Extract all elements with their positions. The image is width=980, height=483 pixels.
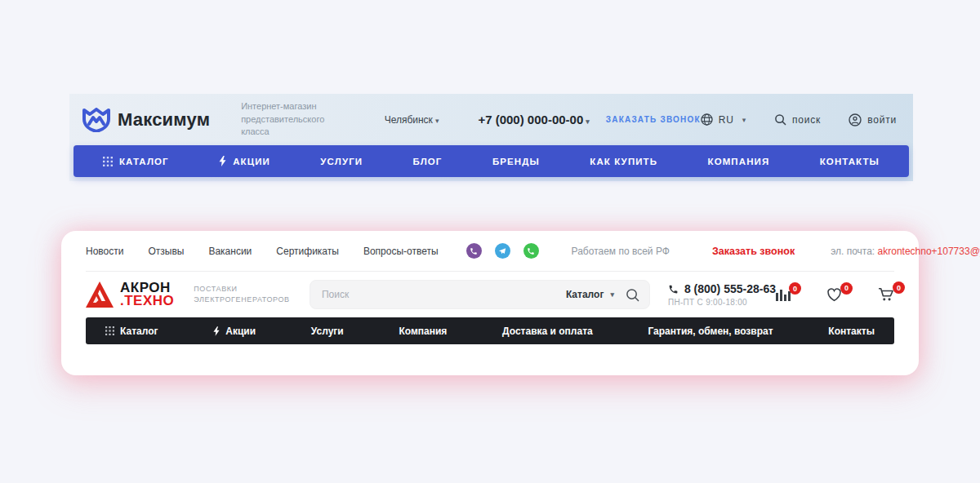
akron-phone-block: 8 (800) 555-28-63 ПН-ПТ С 9:00-18:00 — [668, 282, 776, 307]
akron-brand-text: АКРОН .ТЕХНО — [120, 281, 174, 308]
akron-header-card: Новости Отзывы Вакансии Сертификаты Вопр… — [61, 231, 919, 375]
nav-item-brendy[interactable]: БРЕНДЫ — [492, 157, 540, 166]
compare-count-badge: 0 — [789, 282, 801, 295]
maximum-logo[interactable]: Максимум — [82, 108, 210, 132]
maximum-main-nav: КАТАЛОГ АКЦИИ УСЛУГИ БЛОГ БРЕНДЫ КАК КУП… — [74, 145, 909, 177]
nav-item-blog[interactable]: БЛОГ — [413, 157, 443, 166]
maximum-header-top-row: Максимум Интернет-магазин представительс… — [69, 94, 913, 145]
language-selector[interactable]: RU▾ — [701, 113, 746, 126]
chevron-down-icon: ▾ — [742, 116, 746, 124]
akron-tagline: ПОСТАВКИ ЭЛЕКТРОГЕНЕРАТОРОВ — [194, 284, 300, 306]
email-label: эл. почта: — [831, 246, 875, 257]
login-button[interactable]: войти — [849, 113, 897, 126]
akron-nav-garantiya[interactable]: Гарантия, обмен, возврат — [648, 326, 773, 337]
nav-item-katalog[interactable]: КАТАЛОГ — [103, 157, 169, 166]
search-icon — [774, 113, 786, 126]
wishlist-count-badge: 0 — [840, 282, 853, 295]
search-bar[interactable]: Поиск Каталог ▾ — [310, 280, 650, 309]
akron-brand-line2: .ТЕХНО — [120, 295, 174, 308]
akron-nav-uslugi[interactable]: Услуги — [311, 326, 344, 337]
akron-main-row: АКРОН .ТЕХНО ПОСТАВКИ ЭЛЕКТРОГЕНЕРАТОРОВ… — [86, 272, 894, 317]
search-button[interactable]: поиск — [774, 113, 821, 126]
lightning-bolt-icon — [219, 156, 226, 166]
globe-icon — [701, 113, 713, 126]
phone-icon — [668, 284, 679, 295]
cart-count-badge: 0 — [893, 281, 905, 294]
nav-item-kompaniya[interactable]: КОМПАНИЯ — [708, 157, 770, 166]
social-icons — [466, 243, 539, 259]
header-counters: 0 0 0 — [776, 287, 894, 302]
nav-item-uslugi[interactable]: УСЛУГИ — [320, 157, 363, 166]
email-link[interactable]: akrontechno+107733@yandex.ru — [878, 246, 980, 257]
top-link-sertifikaty[interactable]: Сертификаты — [276, 246, 339, 257]
work-geo-text: Работаем по всей РФ — [572, 246, 670, 257]
akron-triangle-logo-icon — [86, 281, 114, 308]
maximum-callback-link[interactable]: ЗАКАЗАТЬ ЗВОНОК — [606, 115, 701, 124]
top-link-vakansii[interactable]: Вакансии — [208, 246, 252, 257]
chevron-down-icon: ▾ — [435, 117, 439, 125]
top-link-voprosy[interactable]: Вопросы-ответы — [363, 246, 439, 257]
chevron-down-icon: ▾ — [586, 117, 590, 126]
lightning-bolt-icon — [213, 326, 220, 336]
viber-icon[interactable] — [466, 243, 482, 259]
email-block: эл. почта: akrontechno+107733@yandex.ru — [831, 246, 980, 257]
whatsapp-icon[interactable] — [523, 243, 539, 259]
nav-item-kontakty[interactable]: КОНТАКТЫ — [820, 157, 880, 166]
top-link-otzyvy[interactable]: Отзывы — [148, 246, 184, 257]
grid-icon — [105, 326, 114, 335]
akron-top-row: Новости Отзывы Вакансии Сертификаты Вопр… — [86, 231, 894, 272]
working-hours: ПН-ПТ С 9:00-18:00 — [668, 298, 776, 307]
search-input[interactable]: Поиск — [322, 289, 566, 300]
akron-callback-link[interactable]: Заказать звонок — [712, 246, 795, 257]
maximum-brand-name: Максимум — [118, 109, 210, 131]
heart-icon — [826, 288, 842, 302]
akron-nav-katalog[interactable]: Каталог — [105, 326, 158, 337]
akron-nav-akcii[interactable]: Акции — [213, 326, 256, 337]
telegram-icon[interactable] — [495, 243, 510, 259]
akron-nav-kompaniya[interactable]: Компания — [399, 326, 447, 337]
search-category-dropdown[interactable]: Каталог ▾ — [566, 289, 614, 300]
search-submit-button[interactable] — [626, 288, 639, 302]
grid-icon — [103, 157, 113, 166]
akron-main-nav: Каталог Акции Услуги Компания Доставка и… — [86, 317, 894, 344]
maximum-phone[interactable]: +7 (000) 000-00-00▾ — [478, 113, 589, 126]
akron-nav-dostavka[interactable]: Доставка и оплата — [502, 326, 593, 337]
cart-button[interactable]: 0 — [878, 287, 894, 302]
chevron-down-icon: ▾ — [610, 290, 614, 299]
wishlist-button[interactable]: 0 — [826, 288, 842, 302]
top-link-novosti[interactable]: Новости — [86, 246, 123, 257]
maximum-tagline: Интернет-магазин представительского клас… — [241, 100, 342, 140]
maximum-header: Максимум Интернет-магазин представительс… — [69, 94, 913, 181]
nav-item-kak-kupit[interactable]: КАК КУПИТЬ — [590, 157, 657, 166]
maximum-utils: RU▾ поиск войти — [701, 113, 897, 126]
user-icon — [849, 113, 862, 126]
maximum-shield-logo-icon — [82, 108, 110, 132]
akron-nav-kontakty[interactable]: Контакты — [828, 326, 875, 337]
akron-logo[interactable]: АКРОН .ТЕХНО — [86, 281, 174, 308]
cart-icon — [878, 287, 894, 302]
city-selector[interactable]: Челябинск▾ — [385, 114, 439, 126]
compare-button[interactable]: 0 — [776, 288, 791, 301]
akron-phone[interactable]: 8 (800) 555-28-63 — [668, 282, 776, 295]
nav-item-akcii[interactable]: АКЦИИ — [219, 156, 270, 166]
